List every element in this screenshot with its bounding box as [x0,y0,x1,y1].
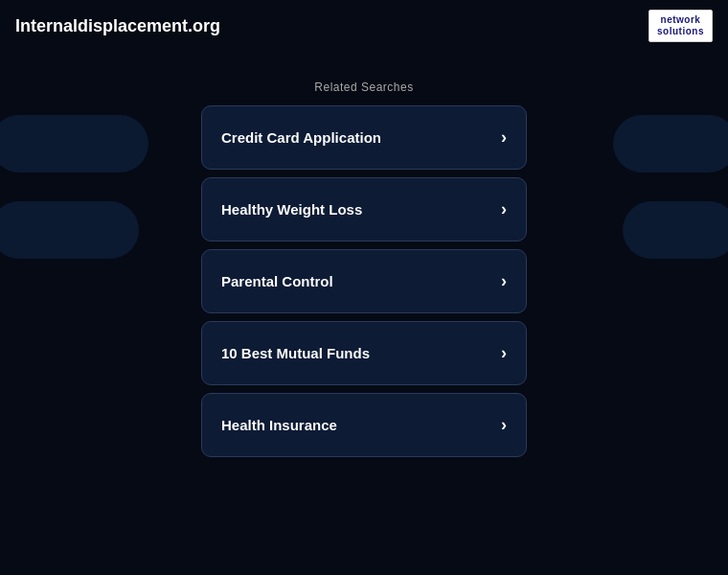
menu-item-credit-card-application[interactable]: Credit Card Application› [201,105,527,170]
chevron-icon-health-insurance: › [501,415,507,435]
badge-line2: solutions [657,26,704,37]
header: Internaldisplacement.org network solutio… [0,0,728,52]
site-title: Internaldisplacement.org [15,16,220,36]
main-content: Related Searches Credit Card Application… [0,80,728,457]
menu-item-parental-control[interactable]: Parental Control› [201,249,527,313]
menu-item-label-healthy-weight-loss: Healthy Weight Loss [221,201,362,218]
badge-line1: network [661,14,701,26]
chevron-icon-parental-control: › [501,271,507,291]
menu-item-label-credit-card-application: Credit Card Application [221,129,381,146]
menu-list: Credit Card Application›Healthy Weight L… [201,105,527,457]
menu-item-label-parental-control: Parental Control [221,273,333,289]
menu-item-label-health-insurance: Health Insurance [221,417,337,433]
section-label: Related Searches [314,80,413,94]
chevron-icon-healthy-weight-loss: › [501,199,507,219]
chevron-icon-10-best-mutual-funds: › [501,343,507,363]
menu-item-health-insurance[interactable]: Health Insurance› [201,393,527,457]
menu-item-healthy-weight-loss[interactable]: Healthy Weight Loss› [201,177,527,242]
network-solutions-badge[interactable]: network solutions [648,10,713,42]
menu-item-label-10-best-mutual-funds: 10 Best Mutual Funds [221,345,370,361]
chevron-icon-credit-card-application: › [501,127,507,148]
menu-item-10-best-mutual-funds[interactable]: 10 Best Mutual Funds› [201,321,527,385]
